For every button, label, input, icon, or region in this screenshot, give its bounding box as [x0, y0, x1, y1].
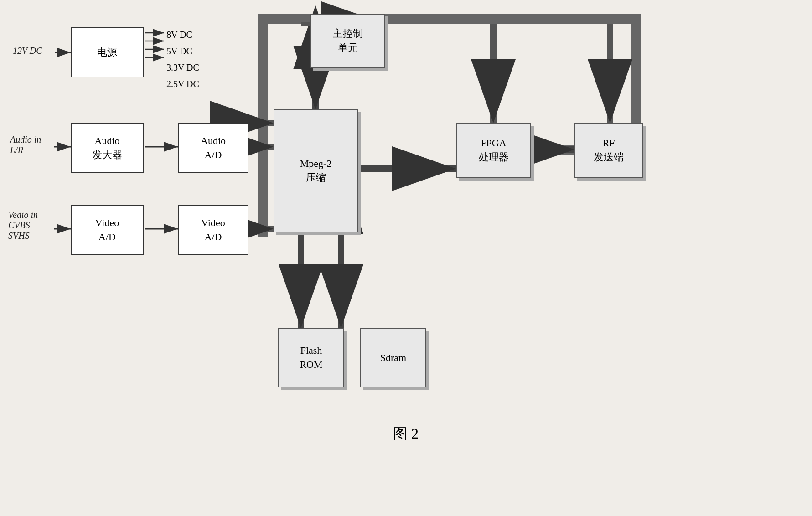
block-mpeg2: Mpeg-2压缩	[274, 109, 358, 232]
block-power: 电源	[71, 27, 144, 77]
block-flash-rom: FlashROM	[278, 328, 344, 387]
label-audio-in: Audio inL/R	[10, 134, 41, 155]
label-video-in: Vedio inCVBSSVHS	[8, 210, 38, 241]
block-master: 主控制单元	[310, 14, 385, 68]
block-fpga: FPGA处理器	[456, 123, 531, 178]
power-outputs: 8V DC 5V DC 3.3V DC 2.5V DC	[166, 26, 199, 92]
block-audio-amp: Audio发大器	[71, 123, 144, 173]
block-audio-ad: AudioA/D	[178, 123, 248, 173]
block-video-ad: VideoA/D	[178, 205, 248, 255]
svg-rect-6	[258, 14, 268, 237]
figure-label: 图 2	[374, 424, 438, 444]
block-video-src: VideoA/D	[71, 205, 144, 255]
block-rf: RF发送端	[574, 123, 643, 178]
label-12v-dc: 12V DC	[13, 46, 42, 56]
diagram: 12V DC 电源 8V DC 5V DC 3.3V DC 2.5V DC Au…	[0, 0, 812, 516]
block-sdram: Sdram	[360, 328, 426, 387]
